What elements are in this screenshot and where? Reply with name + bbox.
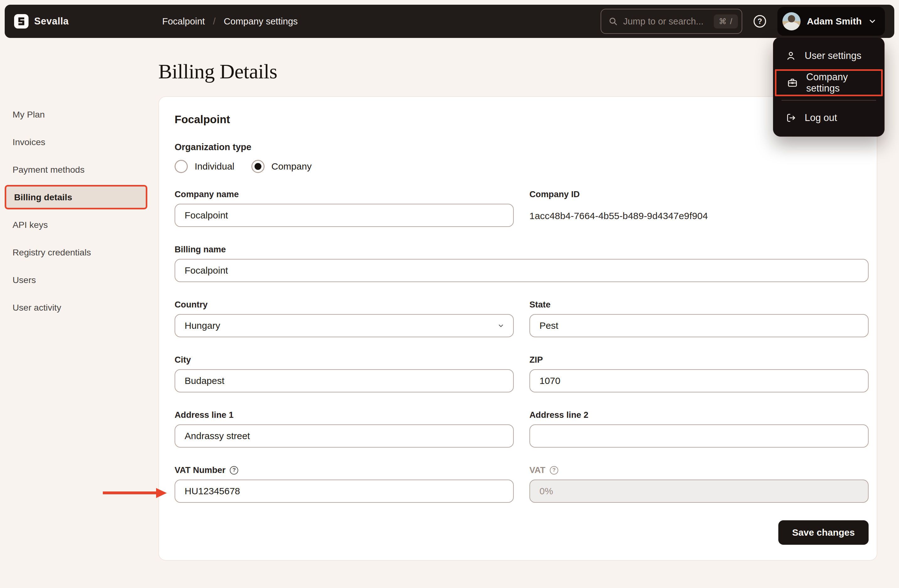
user-dropdown-menu: User settings Company settings Log out xyxy=(773,37,885,137)
sevalla-logo-icon xyxy=(14,14,29,29)
vat-label-text: VAT xyxy=(530,465,545,475)
address-line-1-label: Address line 1 xyxy=(175,410,514,420)
help-icon[interactable]: ? xyxy=(753,14,767,28)
menu-item-label: Company settings xyxy=(806,71,881,94)
organization-type-label: Organization type xyxy=(175,142,869,152)
vat-number-help-icon[interactable]: ? xyxy=(230,466,238,475)
state-input[interactable] xyxy=(530,314,869,337)
radio-individual-label: Individual xyxy=(195,161,235,172)
company-id-label: Company ID xyxy=(530,189,869,199)
svg-text:?: ? xyxy=(758,17,762,25)
radio-individual[interactable]: Individual xyxy=(175,160,235,173)
radio-company-label: Company xyxy=(272,161,312,172)
brand-name: Sevalla xyxy=(34,15,69,27)
main-content: Billing Details Focalpoint Organization … xyxy=(158,38,877,561)
menu-item-log-out[interactable]: Log out xyxy=(773,104,884,131)
billing-details-card: Focalpoint Organization type Individual … xyxy=(158,96,877,561)
breadcrumb-section[interactable]: Focalpoint xyxy=(162,16,205,27)
sidebar-item-user-activity[interactable]: User activity xyxy=(0,294,158,321)
vat-input xyxy=(530,480,869,503)
address-line-2-input[interactable] xyxy=(530,424,869,448)
organization-type-group: Individual Company xyxy=(175,160,869,173)
vat-help-icon[interactable]: ? xyxy=(550,466,558,475)
sidebar-item-billing-details[interactable]: Billing details xyxy=(5,185,147,209)
topbar: Sevalla Focalpoint / Company settings Ju… xyxy=(5,5,894,38)
save-changes-button[interactable]: Save changes xyxy=(779,520,869,545)
search-placeholder: Jump to or search... xyxy=(623,16,703,27)
annotation-arrow xyxy=(103,491,156,494)
select-chevron-icon xyxy=(497,322,505,330)
vat-number-input[interactable] xyxy=(175,480,514,503)
sidebar-item-registry-credentials[interactable]: Registry credentials xyxy=(0,239,158,266)
page-title: Billing Details xyxy=(158,60,877,83)
sidebar-item-invoices[interactable]: Invoices xyxy=(0,128,158,156)
company-name-label: Company name xyxy=(175,189,514,199)
sidebar-item-payment-methods[interactable]: Payment methods xyxy=(0,156,158,184)
sidebar: My Plan Invoices Payment methods Billing… xyxy=(0,100,158,321)
country-value: Hungary xyxy=(185,320,220,331)
breadcrumb: Focalpoint / Company settings xyxy=(162,16,298,27)
search-input[interactable]: Jump to or search... ⌘ / xyxy=(601,9,742,34)
menu-item-company-settings[interactable]: Company settings xyxy=(775,69,883,96)
country-label: Country xyxy=(175,299,514,310)
user-menu-trigger[interactable]: Adam Smith xyxy=(777,7,885,36)
sidebar-item-api-keys[interactable]: API keys xyxy=(0,211,158,239)
country-select[interactable]: Hungary xyxy=(175,314,514,337)
billing-name-label: Billing name xyxy=(175,244,869,255)
menu-item-label: User settings xyxy=(805,50,861,62)
menu-item-label: Log out xyxy=(805,112,837,123)
city-input[interactable] xyxy=(175,369,514,392)
search-shortcut-badge: ⌘ / xyxy=(714,14,738,29)
company-id-value: 1acc48b4-7664-4b55-b489-9d4347e9f904 xyxy=(530,204,869,221)
breadcrumb-page[interactable]: Company settings xyxy=(224,16,298,27)
company-section-title: Focalpoint xyxy=(175,113,869,126)
logout-icon xyxy=(785,112,797,123)
zip-input[interactable] xyxy=(530,369,869,392)
user-name: Adam Smith xyxy=(807,16,862,27)
vat-number-label: VAT Number ? xyxy=(175,465,514,475)
chevron-down-icon xyxy=(868,17,877,26)
user-icon xyxy=(785,50,797,62)
city-label: City xyxy=(175,355,514,365)
menu-item-user-settings[interactable]: User settings xyxy=(773,42,884,69)
billing-name-input[interactable] xyxy=(175,259,869,282)
avatar xyxy=(782,12,800,31)
radio-company-circle[interactable] xyxy=(252,160,264,173)
company-name-input[interactable] xyxy=(175,204,514,227)
vat-number-label-text: VAT Number xyxy=(175,465,226,475)
menu-divider xyxy=(782,100,876,100)
breadcrumb-separator: / xyxy=(213,16,215,27)
state-label: State xyxy=(530,299,869,310)
search-icon xyxy=(608,16,618,26)
address-line-2-label: Address line 2 xyxy=(530,410,869,420)
sidebar-item-my-plan[interactable]: My Plan xyxy=(0,100,158,128)
sidebar-item-users[interactable]: Users xyxy=(0,266,158,294)
address-line-1-input[interactable] xyxy=(175,424,514,448)
zip-label: ZIP xyxy=(530,355,869,365)
briefcase-icon xyxy=(787,77,798,88)
brand-logo[interactable]: Sevalla xyxy=(14,14,69,29)
vat-label: VAT ? xyxy=(530,465,869,475)
radio-company[interactable]: Company xyxy=(252,160,312,173)
radio-individual-circle[interactable] xyxy=(175,160,188,173)
